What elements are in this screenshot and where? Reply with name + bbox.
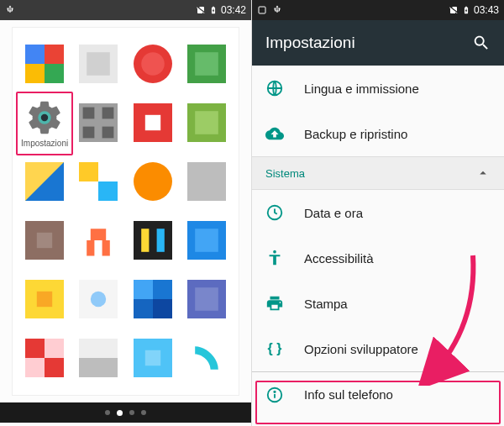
app-cell[interactable] (18, 152, 71, 211)
row-accessibility[interactable]: Accessibilità (252, 235, 504, 281)
row-label: Opzioni sviluppatore (304, 342, 418, 356)
info-icon (265, 386, 284, 404)
svg-point-7 (141, 52, 165, 76)
page-dot[interactable] (105, 410, 110, 415)
svg-rect-45 (45, 358, 64, 377)
status-time: 03:42 (221, 4, 246, 16)
clock-icon (265, 203, 284, 222)
svg-rect-15 (83, 127, 95, 139)
chevron-up-icon (475, 166, 491, 181)
svg-rect-43 (195, 287, 218, 311)
row-about-phone[interactable]: Info sul telefono (252, 371, 504, 417)
battery-charging-icon (462, 4, 470, 16)
page-indicator (0, 402, 251, 423)
svg-rect-33 (195, 229, 218, 252)
svg-rect-46 (45, 339, 64, 358)
app-cell[interactable] (71, 211, 125, 270)
svg-rect-30 (141, 229, 149, 252)
app-cell[interactable] (71, 93, 125, 152)
globe-icon (265, 79, 284, 97)
app-cell[interactable] (180, 270, 234, 329)
svg-rect-1 (45, 45, 64, 64)
app-cell[interactable] (180, 329, 234, 387)
svg-rect-0 (25, 45, 45, 64)
svg-rect-47 (25, 358, 45, 377)
settings-screen: 03:43 Impostazioni Lingua e immissione B… (252, 0, 504, 426)
usb-icon (272, 5, 282, 15)
app-cell[interactable] (126, 152, 180, 211)
app-cell[interactable] (180, 93, 234, 152)
svg-rect-52 (259, 7, 265, 13)
svg-point-37 (91, 292, 106, 307)
svg-rect-3 (45, 64, 64, 83)
page-dot[interactable] (141, 410, 146, 415)
page-dot-active[interactable] (117, 410, 123, 416)
svg-rect-2 (25, 64, 45, 83)
status-bar: 03:42 (0, 0, 251, 20)
app-settings[interactable]: Impostazioni (18, 93, 71, 152)
accessibility-icon (265, 249, 284, 267)
row-backup[interactable]: Backup e ripristino (252, 111, 504, 156)
svg-rect-24 (98, 181, 118, 201)
no-sim-icon (196, 5, 206, 15)
section-title: Sistema (265, 167, 305, 180)
svg-rect-51 (144, 350, 160, 366)
status-bar: 03:43 (252, 0, 504, 20)
screenshot-icon (257, 5, 267, 15)
highlight-settings (16, 92, 73, 155)
app-drawer[interactable]: Impostazioni (0, 20, 251, 402)
row-developer[interactable]: { } Opzioni sviluppatore (252, 326, 504, 371)
app-cell[interactable] (126, 34, 180, 93)
app-cell[interactable] (126, 93, 180, 152)
app-cell[interactable] (126, 329, 180, 387)
app-drawer-screen: 03:42 Impostazioni (0, 0, 252, 426)
app-cell[interactable] (180, 34, 234, 93)
toolbar: Impostazioni (252, 20, 504, 66)
svg-rect-49 (79, 358, 118, 377)
row-label: Data e ora (304, 206, 363, 220)
app-cell[interactable] (18, 34, 71, 93)
section-header-system[interactable]: Sistema (252, 156, 504, 190)
app-cell[interactable] (180, 152, 234, 211)
row-label: Stampa (304, 297, 348, 311)
app-cell[interactable] (71, 34, 125, 93)
search-icon[interactable] (472, 34, 491, 52)
row-print[interactable]: Stampa (252, 281, 504, 326)
row-label: Lingua e immissione (304, 82, 419, 96)
row-datetime[interactable]: Data e ora (252, 190, 504, 235)
settings-list[interactable]: Lingua e immissione Backup e ripristino … (252, 66, 504, 426)
app-cell[interactable] (71, 152, 125, 211)
svg-rect-44 (25, 339, 45, 358)
status-time: 03:43 (474, 4, 499, 16)
svg-rect-9 (195, 52, 218, 76)
row-label: Accessibilità (304, 251, 374, 266)
svg-rect-39 (153, 280, 172, 299)
no-sim-icon (449, 5, 459, 15)
row-language[interactable]: Lingua e immissione (252, 66, 504, 111)
svg-rect-28 (37, 233, 52, 248)
svg-rect-23 (79, 162, 98, 181)
app-cell[interactable] (18, 211, 71, 270)
app-cell[interactable] (71, 329, 125, 387)
app-cell[interactable] (126, 211, 180, 270)
row-label: Backup e ripristino (304, 127, 407, 141)
battery-charging-icon (209, 4, 218, 16)
svg-rect-26 (187, 162, 226, 201)
svg-rect-5 (87, 52, 111, 76)
svg-rect-18 (144, 115, 160, 130)
printer-icon (265, 294, 284, 313)
svg-rect-16 (102, 127, 114, 139)
app-cell[interactable] (18, 270, 71, 329)
cloud-upload-icon (265, 124, 284, 143)
toolbar-title: Impostazioni (265, 34, 355, 52)
svg-point-55 (273, 250, 276, 254)
row-label: Info sul telefono (304, 387, 393, 402)
svg-rect-35 (37, 292, 52, 307)
svg-rect-14 (102, 108, 114, 119)
app-cell[interactable] (18, 329, 71, 387)
app-cell[interactable] (180, 211, 234, 270)
page-dot[interactable] (129, 410, 134, 415)
app-cell[interactable] (71, 270, 125, 329)
app-cell[interactable] (126, 270, 180, 329)
usb-icon (5, 5, 15, 15)
